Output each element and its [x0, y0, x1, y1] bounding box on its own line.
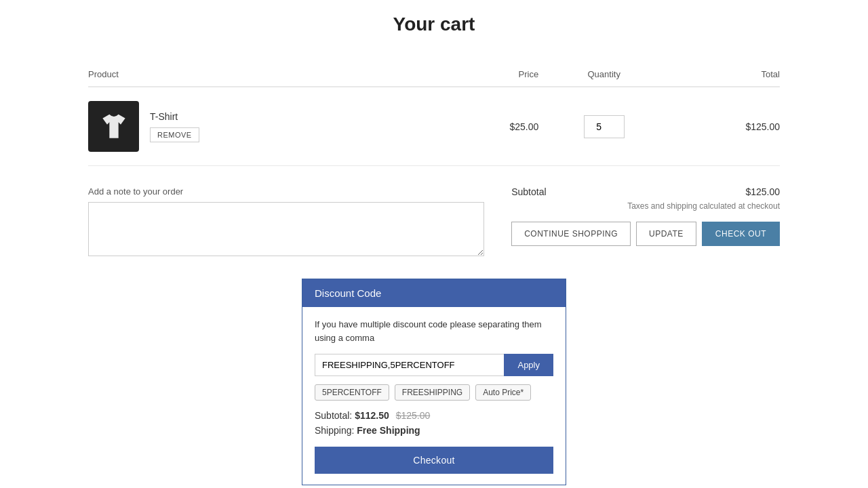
discount-subtotal-new: $112.50: [355, 410, 389, 421]
discount-tag: 5PERCENTOFF: [315, 384, 389, 401]
apply-discount-button[interactable]: Apply: [504, 354, 553, 376]
item-price: $25.00: [445, 87, 538, 166]
discount-input-row: Apply: [315, 354, 553, 376]
table-row: T-Shirt REMOVE $25.00 $125.00: [88, 87, 780, 166]
discount-panel: Discount Code If you have multiple disco…: [302, 279, 566, 485]
discount-shipping-value: Free Shipping: [357, 425, 420, 436]
order-note-textarea[interactable]: [88, 202, 484, 256]
remove-button[interactable]: REMOVE: [150, 127, 199, 142]
note-section: Add a note to your order: [88, 186, 484, 258]
discount-tag: FREESHIPPING: [395, 384, 470, 401]
discount-instructions: If you have multiple discount code pleas…: [315, 318, 553, 344]
checkout-button[interactable]: CHECK OUT: [702, 222, 780, 246]
continue-shopping-button[interactable]: CONTINUE SHOPPING: [511, 222, 631, 246]
discount-code-input[interactable]: [315, 354, 504, 376]
item-total: $125.00: [669, 87, 780, 166]
discount-subtotal-label: Subtotal:: [315, 410, 352, 421]
bottom-section: Add a note to your order Subtotal $125.0…: [88, 186, 780, 258]
discount-shipping-label: Shipping:: [315, 425, 354, 436]
discount-header: Discount Code: [302, 279, 566, 307]
subtotal-label: Subtotal: [511, 186, 546, 197]
discount-shipping: Shipping: Free Shipping: [315, 425, 553, 436]
col-header-quantity: Quantity: [538, 62, 669, 87]
discount-tags: 5PERCENTOFFFREESHIPPINGAuto Price*: [315, 384, 553, 401]
discount-tag: Auto Price*: [475, 384, 531, 401]
subtotal-value: $125.00: [745, 186, 780, 197]
product-image: [88, 101, 139, 152]
discount-subtotal: Subtotal: $112.50 $125.00: [315, 410, 553, 421]
action-buttons: CONTINUE SHOPPING UPDATE CHECK OUT: [511, 222, 780, 246]
product-name: T-Shirt: [150, 111, 199, 122]
product-info: T-Shirt REMOVE: [150, 111, 199, 142]
discount-body: If you have multiple discount code pleas…: [302, 307, 566, 485]
cart-table: Product Price Quantity Total T-S: [88, 62, 780, 166]
summary-section: Subtotal $125.00 Taxes and shipping calc…: [511, 186, 780, 246]
tshirt-icon: [97, 110, 131, 144]
col-header-price: Price: [445, 62, 538, 87]
discount-checkout-button[interactable]: Checkout: [315, 447, 553, 474]
tax-note: Taxes and shipping calculated at checkou…: [511, 201, 780, 211]
col-header-product: Product: [88, 62, 445, 87]
page-title: Your cart: [88, 14, 780, 35]
subtotal-row: Subtotal $125.00: [511, 186, 780, 197]
item-quantity-cell: [538, 87, 669, 166]
note-label: Add a note to your order: [88, 186, 484, 197]
update-button[interactable]: UPDATE: [636, 222, 696, 246]
col-header-total: Total: [669, 62, 780, 87]
product-cell: T-Shirt REMOVE: [88, 101, 445, 152]
discount-subtotal-original: $125.00: [396, 410, 431, 421]
quantity-input[interactable]: [584, 115, 625, 138]
